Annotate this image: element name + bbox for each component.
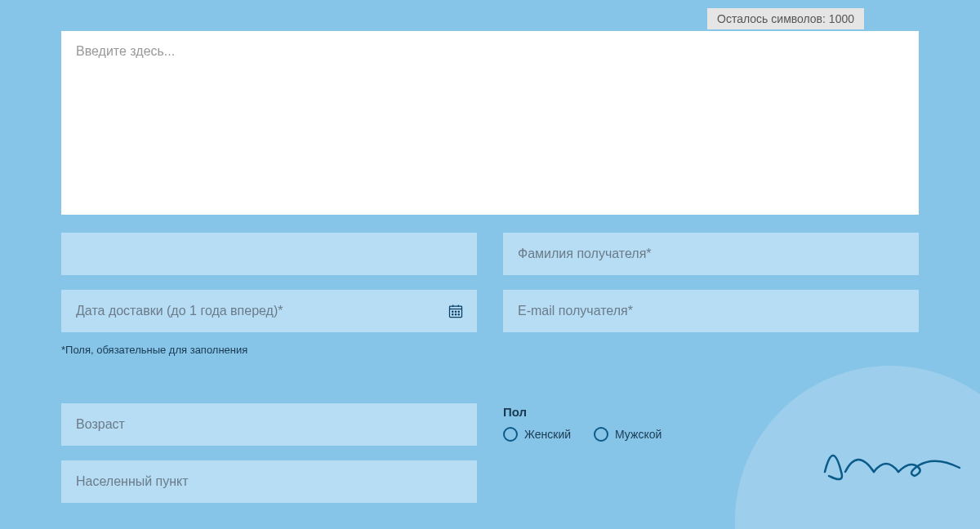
location-input[interactable]: [61, 460, 477, 503]
signature-logo: [817, 431, 964, 488]
delivery-date-input[interactable]: [61, 290, 477, 332]
gender-male-label: Мужской: [615, 428, 662, 441]
left-column: [61, 403, 477, 503]
char-counter-label: Осталось символов:: [717, 12, 826, 25]
date-input-wrapper: [61, 290, 477, 332]
gender-label: Пол: [503, 405, 919, 419]
first-name-input[interactable]: [61, 233, 477, 275]
gender-radio-female[interactable]: Женский: [503, 427, 571, 442]
radio-circle-icon: [594, 427, 608, 442]
required-fields-note: *Поля, обязательные для заполнения: [61, 344, 919, 356]
gender-radio-male[interactable]: Мужской: [594, 427, 662, 442]
age-input[interactable]: [61, 403, 477, 446]
secondary-form-grid: Пол Женский Мужской: [61, 403, 919, 503]
message-textarea[interactable]: [61, 31, 919, 215]
form-container: Осталось символов: 1000: [0, 0, 980, 503]
radio-circle-icon: [503, 427, 518, 442]
char-counter-value: 1000: [829, 12, 854, 25]
primary-form-grid: [61, 233, 919, 332]
email-input[interactable]: [503, 290, 919, 332]
gender-female-label: Женский: [524, 428, 571, 441]
last-name-input[interactable]: [503, 233, 919, 275]
message-textarea-wrapper: [61, 31, 919, 218]
char-counter: Осталось символов: 1000: [707, 8, 864, 29]
